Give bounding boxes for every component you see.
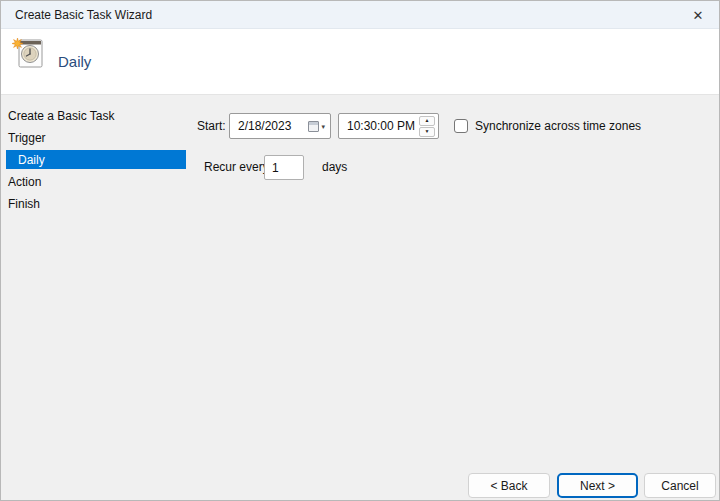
scheduled-task-icon	[11, 36, 45, 70]
window-title: Create Basic Task Wizard	[15, 8, 152, 22]
sidebar-item-label: Action	[8, 175, 41, 189]
sidebar-item-label: Create a Basic Task	[8, 109, 115, 123]
sidebar-item-action[interactable]: Action	[1, 172, 186, 192]
wizard-header: Daily	[1, 29, 720, 94]
sidebar-item-label: Finish	[8, 197, 40, 211]
next-button[interactable]: Next >	[557, 473, 638, 498]
start-time-value: 10:30:00 PM	[339, 119, 419, 133]
create-basic-task-wizard-window: Create Basic Task Wizard ✕ Daily Create …	[0, 0, 720, 501]
sidebar-item-label: Daily	[18, 153, 45, 167]
back-button[interactable]: < Back	[468, 473, 550, 498]
sidebar-item-trigger[interactable]: Trigger	[1, 128, 186, 148]
spinner-up-icon: ▲	[425, 118, 430, 123]
sidebar-item-finish[interactable]: Finish	[1, 194, 186, 214]
calendar-icon	[308, 121, 319, 132]
calendar-dropdown[interactable]: ▾	[308, 121, 330, 132]
spinner-up-button[interactable]: ▲	[419, 116, 435, 126]
start-date-picker[interactable]: 2/18/2023 ▾	[229, 113, 331, 139]
recur-days-input[interactable]	[264, 155, 304, 180]
spinner-down-icon: ▼	[425, 129, 430, 134]
close-icon[interactable]: ✕	[675, 1, 720, 29]
time-spinner-buttons: ▲ ▼	[419, 116, 438, 137]
page-title: Daily	[58, 29, 91, 94]
start-date-value: 2/18/2023	[230, 119, 308, 133]
sync-timezones-label[interactable]: Synchronize across time zones	[475, 113, 641, 139]
start-time-spinner[interactable]: 10:30:00 PM ▲ ▼	[338, 113, 439, 139]
sync-timezones-checkbox[interactable]	[454, 119, 468, 133]
sidebar-item-label: Trigger	[8, 131, 46, 145]
recur-unit-label: days	[322, 155, 347, 180]
title-bar: Create Basic Task Wizard ✕	[1, 1, 720, 29]
sidebar-item-create-a-basic-task[interactable]: Create a Basic Task	[1, 106, 186, 126]
spinner-down-button[interactable]: ▼	[419, 127, 435, 137]
chevron-down-icon: ▾	[321, 123, 325, 130]
cancel-button[interactable]: Cancel	[644, 473, 716, 498]
wizard-body: Create a Basic Task Trigger Daily Action…	[1, 94, 720, 501]
sidebar-item-daily[interactable]: Daily	[6, 150, 186, 169]
start-label: Start:	[197, 113, 226, 139]
recur-every-label: Recur every:	[204, 155, 272, 180]
